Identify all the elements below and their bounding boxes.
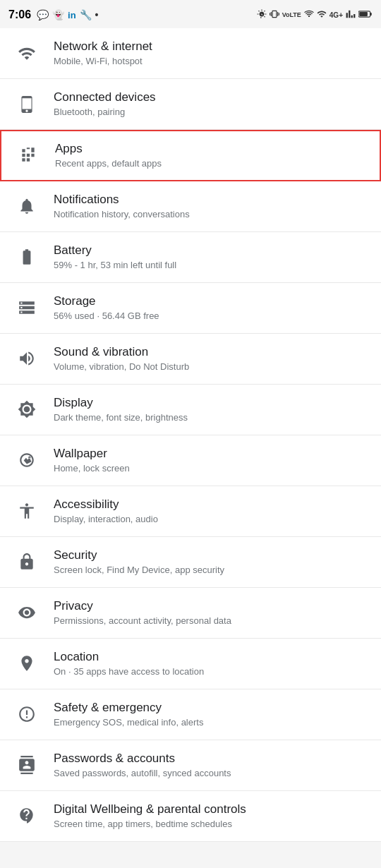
apps-title: Apps bbox=[55, 141, 368, 157]
status-right: VoLTE 4G+ bbox=[257, 9, 373, 21]
security-icon bbox=[11, 553, 42, 571]
battery-icon bbox=[358, 10, 373, 20]
passwords-subtitle: Saved passwords, autofill, synced accoun… bbox=[54, 768, 370, 780]
storage-subtitle: 56% used · 56.44 GB free bbox=[54, 311, 370, 323]
settings-list: Network & internet Mobile, Wi-Fi, hotspo… bbox=[0, 28, 381, 842]
sound-title: Sound & vibration bbox=[54, 344, 370, 360]
settings-item-passwords[interactable]: Passwords & accounts Saved passwords, au… bbox=[0, 740, 381, 791]
snapchat-icon: 👻 bbox=[52, 9, 64, 20]
location-title: Location bbox=[54, 649, 370, 665]
wallpaper-icon bbox=[11, 451, 42, 469]
wellbeing-icon bbox=[11, 807, 42, 825]
location-subtitle: On · 35 apps have access to location bbox=[54, 666, 370, 678]
wallpaper-title: Wallpaper bbox=[54, 446, 370, 462]
wallpaper-subtitle: Home, lock screen bbox=[54, 463, 370, 475]
settings-item-battery[interactable]: Battery 59% - 1 hr, 53 min left until fu… bbox=[0, 232, 381, 283]
settings-item-security[interactable]: Security Screen lock, Find My Device, ap… bbox=[0, 537, 381, 588]
volte-icon: VoLTE bbox=[282, 11, 301, 18]
wellbeing-subtitle: Screen time, app timers, bedtime schedul… bbox=[54, 819, 370, 831]
settings-item-sound[interactable]: Sound & vibration Volume, vibration, Do … bbox=[0, 334, 381, 385]
settings-item-network[interactable]: Network & internet Mobile, Wi-Fi, hotspo… bbox=[0, 28, 381, 79]
location-icon bbox=[11, 654, 42, 673]
apps-icon bbox=[13, 146, 44, 164]
storage-icon bbox=[11, 299, 42, 317]
settings-item-wallpaper[interactable]: Wallpaper Home, lock screen bbox=[0, 435, 381, 486]
linkedin-icon: in bbox=[68, 10, 76, 20]
battery-settings-icon bbox=[11, 248, 42, 266]
privacy-subtitle: Permissions, account activity, personal … bbox=[54, 615, 370, 627]
accessibility-title: Accessibility bbox=[54, 497, 370, 512]
settings-item-notifications[interactable]: Notifications Notification history, conv… bbox=[0, 181, 381, 232]
passwords-title: Passwords & accounts bbox=[54, 751, 370, 766]
display-subtitle: Dark theme, font size, brightness bbox=[54, 412, 370, 424]
hotspot-icon bbox=[304, 9, 314, 21]
devices-icon bbox=[11, 95, 42, 114]
notifications-title: Notifications bbox=[54, 192, 370, 207]
settings-item-apps[interactable]: Apps Recent apps, default apps bbox=[0, 130, 381, 181]
safety-subtitle: Emergency SOS, medical info, alerts bbox=[54, 717, 370, 729]
settings-item-privacy[interactable]: Privacy Permissions, account activity, p… bbox=[0, 588, 381, 639]
safety-title: Safety & emergency bbox=[54, 700, 370, 716]
dot-icon: • bbox=[95, 9, 99, 20]
connected-devices-subtitle: Bluetooth, pairing bbox=[54, 107, 370, 119]
svg-rect-2 bbox=[359, 12, 368, 16]
status-icons-left: 💬 👻 in 🔧 • bbox=[37, 9, 98, 20]
privacy-title: Privacy bbox=[54, 598, 370, 614]
sound-subtitle: Volume, vibration, Do Not Disturb bbox=[54, 361, 370, 373]
status-bar: 7:06 💬 👻 in 🔧 • VoLTE bbox=[0, 0, 381, 28]
status-left: 7:06 💬 👻 in 🔧 • bbox=[8, 8, 99, 21]
settings-item-location[interactable]: Location On · 35 apps have access to loc… bbox=[0, 639, 381, 689]
privacy-icon bbox=[11, 603, 42, 622]
security-subtitle: Screen lock, Find My Device, app securit… bbox=[54, 565, 370, 577]
settings-item-storage[interactable]: Storage 56% used · 56.44 GB free bbox=[0, 283, 381, 334]
alarm-icon bbox=[257, 9, 267, 21]
passwords-icon bbox=[11, 756, 42, 774]
accessibility-subtitle: Display, interaction, audio bbox=[54, 514, 370, 526]
network-subtitle: Mobile, Wi-Fi, hotspot bbox=[54, 56, 370, 68]
security-title: Security bbox=[54, 548, 370, 563]
tools-icon: 🔧 bbox=[80, 9, 92, 20]
notifications-subtitle: Notification history, conversations bbox=[54, 209, 370, 221]
network-type-icon: 4G+ bbox=[329, 11, 343, 19]
connected-devices-title: Connected devices bbox=[54, 90, 370, 105]
sound-icon bbox=[11, 349, 42, 368]
svg-rect-1 bbox=[370, 12, 372, 15]
notifications-icon bbox=[11, 197, 42, 215]
settings-item-display[interactable]: Display Dark theme, font size, brightnes… bbox=[0, 385, 381, 435]
apps-subtitle: Recent apps, default apps bbox=[55, 158, 368, 170]
vibrate-icon bbox=[270, 9, 279, 21]
settings-item-safety[interactable]: Safety & emergency Emergency SOS, medica… bbox=[0, 689, 381, 740]
settings-item-wellbeing[interactable]: Digital Wellbeing & parental controls Sc… bbox=[0, 791, 381, 842]
wellbeing-title: Digital Wellbeing & parental controls bbox=[54, 802, 370, 817]
display-title: Display bbox=[54, 395, 370, 411]
battery-title: Battery bbox=[54, 243, 370, 258]
status-time: 7:06 bbox=[8, 8, 31, 21]
battery-subtitle: 59% - 1 hr, 53 min left until full bbox=[54, 260, 370, 272]
wifi-icon bbox=[11, 44, 42, 63]
whatsapp-icon: 💬 bbox=[37, 9, 49, 20]
safety-icon bbox=[11, 705, 42, 723]
signal-bars-icon bbox=[346, 9, 356, 21]
accessibility-icon bbox=[11, 502, 42, 520]
display-icon bbox=[11, 400, 42, 418]
network-title: Network & internet bbox=[54, 39, 370, 54]
signal-icon bbox=[317, 9, 327, 21]
storage-title: Storage bbox=[54, 294, 370, 309]
settings-item-accessibility[interactable]: Accessibility Display, interaction, audi… bbox=[0, 486, 381, 537]
settings-item-connected-devices[interactable]: Connected devices Bluetooth, pairing bbox=[0, 79, 381, 130]
